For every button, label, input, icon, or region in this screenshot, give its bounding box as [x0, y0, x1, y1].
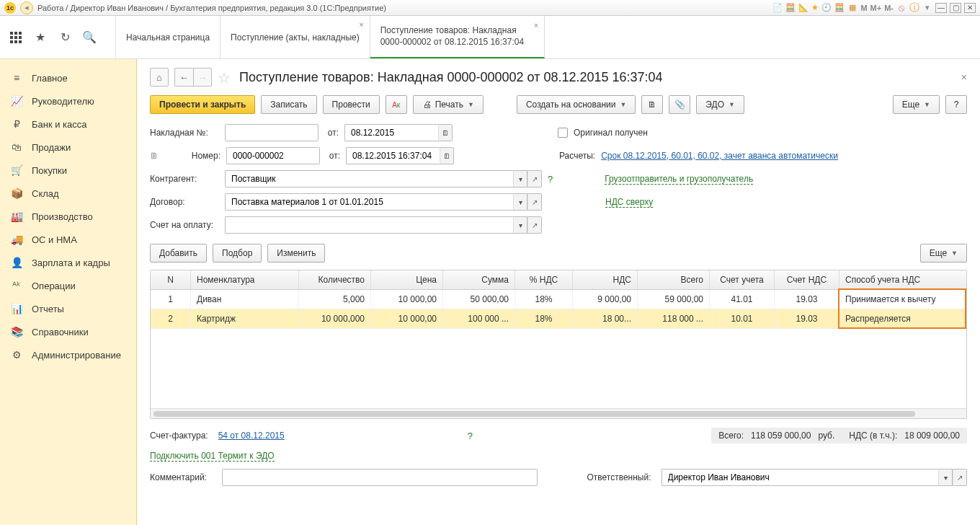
sidebar-item[interactable]: ₽Банк и касса — [0, 112, 136, 136]
info-icon[interactable]: ⓘ — [909, 3, 919, 13]
chevron-down-icon[interactable]: ▾ — [938, 469, 953, 486]
tab-receipts[interactable]: Поступление (акты, накладные)× — [220, 16, 370, 58]
mem-mminus[interactable]: M- — [884, 4, 894, 12]
column-header[interactable]: Счет учета — [710, 270, 775, 289]
column-header[interactable]: Цена — [371, 270, 443, 289]
open-icon[interactable]: ↗ — [953, 469, 967, 486]
invoice-date-field[interactable]: 🗓 — [344, 124, 453, 141]
responsible-field[interactable]: ▾↗ — [662, 469, 967, 486]
sidebar-item[interactable]: ⚙Администрирование — [0, 343, 136, 366]
sidebar-item[interactable]: 📊Отчеты — [0, 297, 136, 320]
invoice-link[interactable]: 54 от 08.12.2015 — [218, 431, 285, 441]
sidebar-item[interactable]: 🚚ОС и НМА — [0, 228, 136, 251]
contract-field[interactable]: ▾↗ — [225, 193, 542, 211]
star-icon[interactable]: ★ — [33, 30, 48, 45]
calendar-icon[interactable]: 🗓 — [440, 147, 454, 164]
print-button[interactable]: 🖨Печать▼ — [413, 95, 484, 114]
column-header[interactable]: Всего — [638, 270, 710, 289]
column-header[interactable]: Номенклатура — [191, 270, 299, 289]
tb-icon-cal[interactable]: ▦ — [847, 3, 858, 13]
help-icon[interactable]: ? — [468, 431, 473, 441]
attach-icon-button[interactable]: 📎 — [669, 95, 690, 114]
create-based-button[interactable]: Создать на основании▼ — [517, 95, 636, 114]
tb-icon-calc[interactable]: 🧮 — [834, 3, 845, 13]
tb-icon-3[interactable]: 📐 — [798, 3, 808, 13]
sidebar-item[interactable]: 🏭Производство — [0, 205, 136, 228]
open-icon[interactable]: ↗ — [527, 170, 542, 188]
sidebar-item[interactable]: 📈Руководителю — [0, 89, 136, 112]
edo-button[interactable]: ЭДО▼ — [696, 95, 744, 114]
minimize-button[interactable]: — — [935, 3, 947, 13]
sidebar-item[interactable]: ≡Главное — [0, 66, 136, 89]
items-grid[interactable]: NНоменклатураКоличествоЦенаСумма% НДСНДС… — [150, 270, 967, 419]
calendar-icon[interactable]: 🗓 — [438, 124, 453, 141]
column-header[interactable]: Количество — [299, 270, 371, 289]
pick-button[interactable]: Подбор — [213, 244, 262, 262]
post-and-close-button[interactable]: Провести и закрыть — [150, 95, 255, 114]
stop-icon[interactable]: ⦸ — [896, 3, 906, 13]
edo-connect-link[interactable]: Подключить 001 Термит к ЭДО — [150, 451, 275, 462]
sidebar-item[interactable]: ᴬᵏОперации — [0, 274, 136, 297]
write-button[interactable]: Записать — [261, 95, 316, 114]
payment-invoice-field[interactable]: ▾↗ — [225, 216, 542, 234]
column-header[interactable]: Счет НДС — [775, 270, 839, 289]
mem-m[interactable]: M — [860, 4, 867, 12]
sidebar-item[interactable]: 📚Справочники — [0, 320, 136, 343]
number-field[interactable] — [226, 147, 320, 164]
table-row[interactable]: 1Диван5,00010 000,0050 000,0018%9 000,00… — [151, 290, 966, 309]
home-button[interactable]: ⌂ — [150, 68, 169, 87]
tab-home[interactable]: Начальная страница — [116, 16, 220, 58]
datetime-field[interactable]: 🗓 — [346, 147, 454, 164]
shipper-link[interactable]: Грузоотправитель и грузополучатель — [605, 174, 753, 185]
tab-document[interactable]: Поступление товаров: Накладная0000-00000… — [370, 16, 545, 58]
close-icon[interactable]: × — [534, 20, 538, 30]
sidebar-item[interactable]: 📦Склад — [0, 182, 136, 205]
calc-link[interactable]: Срок 08.12.2015, 60.01, 60.02, зачет ава… — [601, 151, 838, 161]
invoice-no-field[interactable] — [225, 124, 318, 141]
comment-field[interactable] — [222, 469, 538, 486]
grid-more-button[interactable]: Еще▼ — [920, 244, 967, 262]
chevron-down-icon[interactable]: ▾ — [513, 170, 527, 188]
apps-icon[interactable] — [9, 30, 23, 45]
original-received-checkbox[interactable] — [558, 128, 568, 138]
nav-back-icon[interactable]: ◂ — [20, 1, 33, 14]
horizontal-scrollbar[interactable] — [151, 408, 966, 418]
chevron-down-icon[interactable]: ▾ — [513, 216, 527, 234]
help-button[interactable]: ? — [945, 95, 967, 114]
tb-icon-2[interactable]: 🧮 — [785, 3, 796, 13]
sidebar-item[interactable]: 🛍Продажи — [0, 136, 136, 159]
favorite-doc-icon[interactable]: ☆ — [218, 69, 233, 85]
open-icon[interactable]: ↗ — [527, 193, 542, 211]
change-button[interactable]: Изменить — [267, 244, 325, 262]
add-row-button[interactable]: Добавить — [150, 244, 207, 262]
history-icon[interactable]: ↻ — [58, 30, 72, 45]
chevron-down-icon[interactable]: ▾ — [513, 193, 527, 211]
close-window-button[interactable]: ✕ — [964, 3, 976, 13]
dk-icon-button[interactable]: Ак — [386, 95, 407, 114]
column-header[interactable]: Способ учета НДС — [839, 270, 966, 289]
maximize-button[interactable]: ▢ — [950, 3, 961, 13]
dropdown-icon[interactable]: ▾ — [922, 3, 932, 13]
counterparty-field[interactable]: ▾↗ — [225, 170, 542, 188]
post-button[interactable]: Провести — [323, 95, 380, 114]
vat-link[interactable]: НДС сверху — [605, 197, 653, 208]
open-icon[interactable]: ↗ — [527, 216, 542, 234]
tb-icon-1[interactable]: 📄 — [772, 3, 783, 13]
sidebar-item[interactable]: 🛒Покупки — [0, 159, 136, 182]
sheet-icon-button[interactable]: 🗎 — [641, 95, 663, 114]
column-header[interactable]: % НДС — [515, 270, 573, 289]
tb-icon-clock[interactable]: 🕘 — [821, 3, 832, 13]
more-button[interactable]: Еще▼ — [893, 95, 940, 114]
nav-next-button[interactable]: → — [193, 68, 212, 87]
close-icon[interactable]: × — [359, 20, 363, 29]
nav-prev-button[interactable]: ← — [174, 68, 193, 87]
table-row[interactable]: 2Картридж10 000,00010 000,00100 000 ...1… — [151, 309, 966, 329]
help-icon[interactable]: ? — [548, 174, 553, 185]
column-header[interactable]: Сумма — [443, 270, 515, 289]
favorite-icon[interactable]: ★ — [811, 3, 819, 12]
sidebar-item[interactable]: 👤Зарплата и кадры — [0, 251, 136, 274]
close-doc-button[interactable]: × — [961, 71, 967, 83]
column-header[interactable]: N — [151, 270, 191, 289]
mem-mplus[interactable]: M+ — [870, 4, 882, 12]
column-header[interactable]: НДС — [573, 270, 638, 289]
